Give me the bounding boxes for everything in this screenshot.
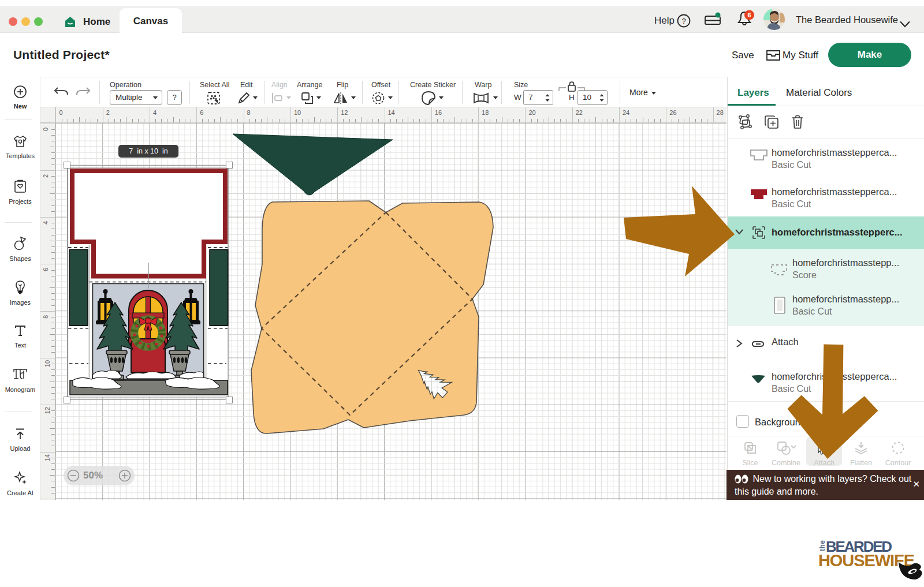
svg-text:?: ? [681, 17, 685, 25]
svg-text:the: the [818, 540, 826, 552]
svg-text:6: 6 [747, 12, 751, 18]
